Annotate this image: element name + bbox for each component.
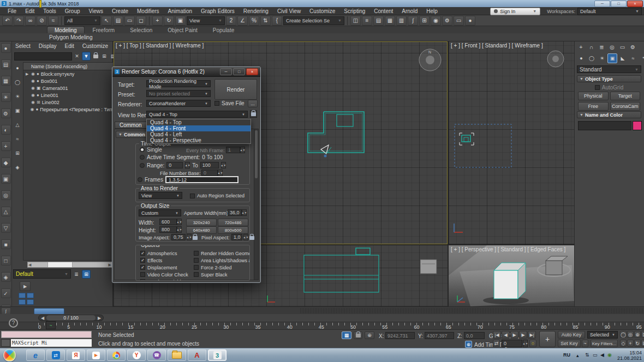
display-tab-icon[interactable]: ▭ — [618, 43, 627, 51]
expand-arrow-icon[interactable]: ▶ — [26, 72, 29, 76]
set-key-button[interactable]: Set Key — [558, 340, 581, 347]
track-bar[interactable]: ∫ — [0, 306, 644, 314]
close-icon[interactable]: × — [627, 1, 643, 7]
eye-icon[interactable]: ◉ — [31, 100, 35, 105]
timeline-ruler[interactable]: 05101520253035404550556065707580859095 — [0, 322, 644, 329]
rectangular-selection-region-icon[interactable]: ▭ — [124, 16, 135, 26]
search-input[interactable] — [14, 52, 72, 61]
dropdown-option[interactable]: Quad 4 - Left — [147, 131, 251, 137]
select-and-link-icon[interactable]: ∞ — [25, 16, 35, 26]
cameras-category-icon[interactable]: ▣ — [607, 53, 617, 63]
next-frame-icon[interactable]: ▶ — [519, 331, 527, 339]
object-name-field[interactable] — [578, 121, 631, 130]
layer-list-icon[interactable]: ≣ — [73, 270, 80, 278]
select-and-move-icon[interactable]: + — [152, 16, 163, 26]
renderer-dropdown[interactable]: CoronaRenderer▼ — [146, 100, 211, 107]
dialog-tab[interactable]: Common — [115, 122, 147, 129]
unlink-selection-icon[interactable]: ⊘ — [37, 16, 47, 26]
explorer-tool-icon-3[interactable]: ▦ — [1, 76, 11, 86]
autogrid-checkbox[interactable] — [595, 85, 600, 90]
explorer-tool-icon-2[interactable]: ▤ — [1, 59, 11, 69]
key-filters-button[interactable]: Key Filters... — [591, 340, 618, 347]
absolute-mode-icon[interactable]: ⊕ — [365, 331, 374, 339]
taskbar-media-icon[interactable]: ▶ — [87, 349, 105, 361]
target-camera-button[interactable]: Target — [610, 92, 641, 100]
menu-item[interactable]: Scripting — [339, 8, 369, 14]
coronacam-button[interactable]: CoronaCam — [610, 102, 641, 111]
isolate-selection-icon[interactable]: ▦ — [342, 331, 351, 339]
output-size-dropdown[interactable]: Custom▼ — [139, 209, 181, 216]
frames-field[interactable]: 1,3,5-12 — [165, 176, 238, 183]
y-coordinate-field[interactable]: 4307,397 — [425, 332, 454, 339]
save-file-checkbox[interactable] — [214, 101, 219, 106]
menu-item[interactable]: Help — [422, 8, 442, 14]
hierarchy-view-icon[interactable]: ⊞ — [82, 270, 91, 279]
menu-item[interactable]: Civil View — [273, 8, 305, 14]
image-aspect-lock-icon[interactable] — [193, 236, 198, 240]
tree-row[interactable]: ▶ ◉ ⊞ Line002 — [23, 99, 113, 106]
display-tray-icon[interactable]: ▭ — [593, 352, 598, 358]
expand-all-icon[interactable]: ⊞ — [100, 52, 108, 60]
active-time-radio[interactable] — [140, 155, 145, 160]
option-checkbox[interactable] — [140, 258, 145, 263]
named-selection-set-dropdown[interactable]: Create Selection Se▼ — [283, 16, 344, 25]
viewport-perspective[interactable]: [ + ] [ Perspective ] [ Standard ] [ Edg… — [449, 245, 574, 306]
explorer-tool-icon-1[interactable]: ● — [1, 43, 11, 53]
render-setup-icon[interactable]: ⚙ — [442, 16, 452, 26]
viewport-front[interactable]: [ + ] [ Front ] [ Standard ] [ Wireframe… — [449, 41, 574, 244]
toggle-ribbon-icon[interactable]: ▥ — [396, 16, 407, 26]
scrollbar-thumb[interactable] — [255, 130, 258, 178]
free-camera-button[interactable]: Free — [578, 102, 609, 111]
menu-item[interactable]: Modifiers — [133, 8, 164, 14]
go-to-start-icon[interactable]: |◀ — [493, 331, 501, 339]
option-checkbox[interactable] — [140, 251, 145, 256]
image-aspect-spinner[interactable]: ▲▼ — [187, 234, 192, 240]
maximize-viewport-toggle-icon[interactable]: ⊞ — [641, 340, 644, 347]
clock-date[interactable]: 21.08.2021 — [616, 355, 642, 361]
explorer-tool-icon-16[interactable]: ✓ — [1, 288, 11, 298]
option-checkbox[interactable] — [194, 272, 199, 277]
go-to-end-icon[interactable]: ▶| — [528, 331, 536, 339]
select-and-scale-icon[interactable]: ▣ — [175, 16, 186, 26]
width-spinner[interactable]: ▲▼ — [177, 219, 182, 225]
next-frame-arrow-icon[interactable]: ▶ — [96, 316, 103, 321]
preset-320x240-button[interactable]: 320x240 — [186, 219, 217, 226]
scroll-right-icon[interactable]: ▶ — [109, 263, 111, 267]
taskbar-3dsmax-icon[interactable]: 3 — [208, 349, 226, 361]
material-editor-icon[interactable]: ◉ — [431, 16, 441, 26]
z-coordinate-field[interactable]: 0,0 — [464, 332, 485, 339]
explorer-tool-icon-15[interactable]: ◈ — [1, 272, 11, 282]
perspective-viewport-canvas[interactable] — [449, 245, 574, 306]
dropdown-option[interactable]: Quad 4 - Top — [147, 119, 251, 125]
current-frame-marker[interactable] — [39, 0, 41, 8]
network-tray-icon[interactable]: ⇅ — [585, 352, 589, 358]
explorer-tool-icon-7[interactable]: + — [1, 141, 11, 151]
range-from-field[interactable]: 0 — [166, 162, 183, 168]
mirror-icon[interactable]: ◫ — [350, 16, 361, 26]
render-production-icon[interactable]: ● — [465, 16, 475, 26]
taskbar-teamviewer-icon[interactable]: ⇄ — [46, 349, 65, 361]
title-bar[interactable]: 3 1.max - Autodesk 3ds Max 2018 ─ □ × — [0, 0, 644, 7]
dropdown-option[interactable]: Quad 4 - Perspective — [147, 137, 251, 143]
ribbon-tab[interactable]: Modeling — [47, 26, 85, 33]
explorer-menu-item[interactable]: Edit — [65, 43, 74, 49]
view-to-render-dropdown[interactable]: Quad 4 - Top▼ — [146, 111, 248, 118]
dialog-minimize-icon[interactable]: ─ — [220, 68, 232, 75]
taskbar-ie-icon[interactable]: e — [26, 349, 45, 361]
lock-icon[interactable] — [92, 52, 99, 60]
undo-icon[interactable]: ↶ — [2, 16, 13, 26]
utilities-tab-icon[interactable]: ⚙ — [628, 43, 637, 51]
schematic-view-icon[interactable]: ⊞ — [419, 16, 430, 26]
explorer-tool-icon-12[interactable]: ▽ — [1, 223, 11, 233]
height-field[interactable]: 800 — [159, 226, 177, 233]
default-in-out-tangent-icon[interactable]: ○ — [529, 340, 536, 347]
gpu-tray-icon[interactable]: ◉ — [607, 352, 612, 358]
ribbon-tab[interactable]: Object Paint — [160, 27, 204, 33]
explorer-menu-item[interactable]: Select — [15, 43, 31, 49]
range-to-spinner[interactable]: ▲▼ — [221, 162, 226, 168]
viewport-front-label[interactable]: [ + ] [ Front ] [ Standard ] [ Wireframe… — [451, 43, 543, 49]
fov-icon[interactable]: ◇ — [620, 340, 627, 347]
mini-play-icon[interactable]: ▶ — [20, 281, 31, 291]
menu-item[interactable]: File — [3, 8, 21, 14]
pixel-aspect-spinner[interactable]: ▲▼ — [243, 234, 248, 240]
